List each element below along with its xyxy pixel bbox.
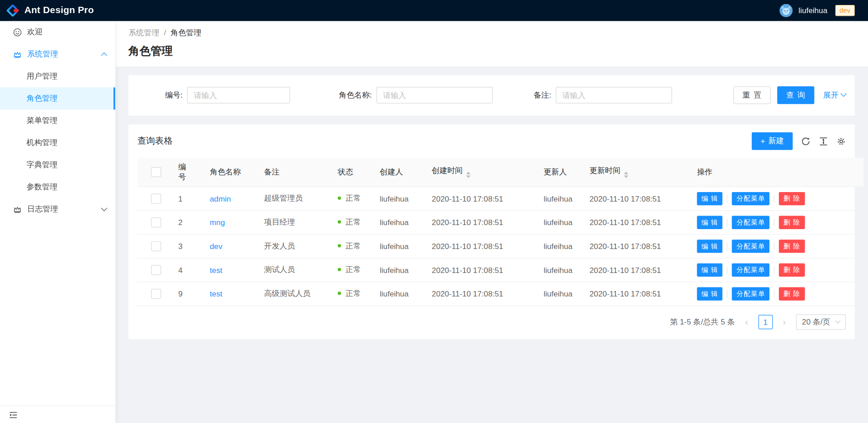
ant-design-logo-icon: [7, 5, 19, 17]
smile-icon: [13, 28, 21, 36]
table-row: 9 test 高级测试人员 正常 liufeihua 2020-11-10 17…: [137, 282, 864, 306]
avatar[interactable]: [780, 4, 793, 17]
role-name-link[interactable]: admin: [210, 194, 231, 203]
roles-table: 编号 角色名称 备注 状态 创建人 创建时间 更新人 更新时间: [137, 158, 864, 306]
next-page-icon[interactable]: ›: [777, 315, 792, 329]
divider: [774, 218, 774, 226]
id-field[interactable]: [187, 87, 290, 103]
delete-button[interactable]: 删 除: [779, 216, 805, 229]
sidebar-item-user-mgmt[interactable]: 用户管理: [0, 65, 115, 87]
row-checkbox[interactable]: [151, 265, 161, 275]
pagination-total: 第 1-5 条/总共 5 条: [670, 317, 735, 327]
main-content: 系统管理 / 角色管理 角色管理 编号: 角色名称: 备注:: [115, 21, 868, 423]
breadcrumb-item-system[interactable]: 系统管理: [128, 27, 160, 39]
chevron-down-icon: [840, 90, 847, 97]
sidebar-submenu-system-children: 用户管理 角色管理 菜单管理 机构管理 字典管理 参数管理: [0, 65, 115, 198]
search-button[interactable]: 查 询: [777, 86, 814, 104]
assign-menu-button[interactable]: 分配菜单: [732, 263, 769, 277]
app-root: Ant Design Pro liufeihua dev: [0, 0, 868, 423]
col-header-creator: 创建人: [371, 158, 423, 187]
page-number[interactable]: 1: [758, 315, 773, 329]
cell-create-time: 2020-11-10 17:08:51: [423, 211, 535, 235]
new-button-label: 新建: [769, 136, 784, 146]
sorter-icon[interactable]: [624, 172, 628, 179]
assign-menu-button[interactable]: 分配菜单: [732, 240, 769, 253]
reset-button[interactable]: 重 置: [734, 86, 771, 104]
chevron-up-icon: [102, 50, 106, 59]
row-checkbox[interactable]: [151, 241, 161, 251]
logo-area[interactable]: Ant Design Pro: [7, 5, 94, 17]
edit-button[interactable]: 编 辑: [697, 216, 723, 229]
row-checkbox[interactable]: [151, 289, 161, 299]
page-size-select[interactable]: 20 条/页: [796, 315, 846, 330]
menu-fold-icon[interactable]: [9, 410, 18, 419]
divider: [774, 290, 774, 297]
cell-actions: 编 辑分配菜单删 除: [688, 258, 863, 282]
sidebar-submenu-log[interactable]: 日志管理: [0, 198, 115, 220]
delete-button[interactable]: 删 除: [779, 263, 805, 277]
cell-remark: 项目经理: [255, 211, 329, 235]
col-header-update-time[interactable]: 更新时间: [580, 158, 688, 187]
assign-menu-button[interactable]: 分配菜单: [732, 192, 769, 205]
sidebar-item-param-mgmt[interactable]: 参数管理: [0, 176, 115, 198]
sidebar-item-welcome[interactable]: 欢迎: [0, 21, 115, 43]
sidebar-submenu-system[interactable]: 系统管理: [0, 43, 115, 66]
cell-creator: liufeihua: [371, 187, 423, 211]
sidebar-item-org-mgmt[interactable]: 机构管理: [0, 132, 115, 154]
status-dot: [338, 268, 341, 271]
role-name-link[interactable]: test: [210, 266, 222, 275]
table-row: 2 mng 项目经理 正常 liufeihua 2020-11-10 17:08…: [137, 211, 864, 235]
col-header-create-time[interactable]: 创建时间: [423, 158, 535, 187]
delete-button[interactable]: 删 除: [779, 240, 805, 253]
pagination: 第 1-5 条/总共 5 条 ‹ 1 › 20 条/页: [128, 306, 855, 338]
edit-button[interactable]: 编 辑: [697, 287, 723, 301]
status-badge: 正常: [329, 258, 371, 282]
sidebar-item-label: 角色管理: [27, 94, 58, 103]
assign-menu-button[interactable]: 分配菜单: [732, 216, 769, 229]
col-header-actions: 操作: [688, 158, 863, 187]
divider: [727, 195, 727, 202]
assign-menu-button[interactable]: 分配菜单: [732, 287, 769, 301]
cell-id: 1: [170, 187, 201, 211]
select-all-checkbox[interactable]: [151, 167, 161, 177]
user-name[interactable]: liufeihua: [798, 6, 827, 15]
divider: [774, 266, 774, 274]
sidebar-item-dict-mgmt[interactable]: 字典管理: [0, 154, 115, 176]
sidebar-item-menu-mgmt[interactable]: 菜单管理: [0, 109, 115, 132]
breadcrumb-separator: /: [164, 27, 166, 39]
role-name-field[interactable]: [376, 87, 492, 103]
sorter-icon[interactable]: [466, 172, 471, 179]
edit-button[interactable]: 编 辑: [697, 263, 723, 277]
sidebar-footer: [0, 406, 115, 423]
edit-button[interactable]: 编 辑: [697, 192, 723, 205]
role-name-link[interactable]: dev: [210, 242, 222, 251]
col-header-updater: 更新人: [535, 158, 581, 187]
role-name-link[interactable]: mng: [210, 218, 225, 227]
status-label: 正常: [345, 217, 361, 226]
status-dot: [338, 220, 341, 223]
edit-button[interactable]: 编 辑: [697, 240, 723, 253]
remark-field[interactable]: [556, 87, 672, 103]
role-name-link[interactable]: test: [210, 289, 222, 298]
sidebar: 欢迎 系统管理 用户管理 角色管理 菜单管理: [0, 21, 116, 423]
delete-button[interactable]: 删 除: [779, 192, 805, 205]
sidebar-item-role-mgmt[interactable]: 角色管理: [0, 87, 115, 109]
prev-page-icon[interactable]: ‹: [739, 315, 754, 329]
row-checkbox[interactable]: [151, 217, 161, 227]
row-checkbox[interactable]: [151, 194, 161, 204]
expand-link[interactable]: 展开: [823, 90, 846, 100]
status-dot: [338, 244, 341, 247]
delete-button[interactable]: 删 除: [779, 287, 805, 301]
divider: [727, 290, 727, 297]
settings-gear-icon[interactable]: [836, 136, 846, 146]
cell-updater: liufeihua: [535, 282, 581, 306]
new-button[interactable]: + 新建: [752, 132, 793, 150]
reload-icon[interactable]: [801, 136, 811, 146]
status-badge: 正常: [329, 187, 371, 211]
cell-remark: 开发人员: [255, 235, 329, 258]
column-height-icon[interactable]: [819, 136, 828, 146]
form-item-id: 编号:: [165, 87, 290, 103]
cell-id: 2: [170, 211, 201, 235]
top-header: Ant Design Pro liufeihua dev: [0, 0, 868, 21]
search-actions: 重 置 查 询 展开: [734, 86, 846, 104]
